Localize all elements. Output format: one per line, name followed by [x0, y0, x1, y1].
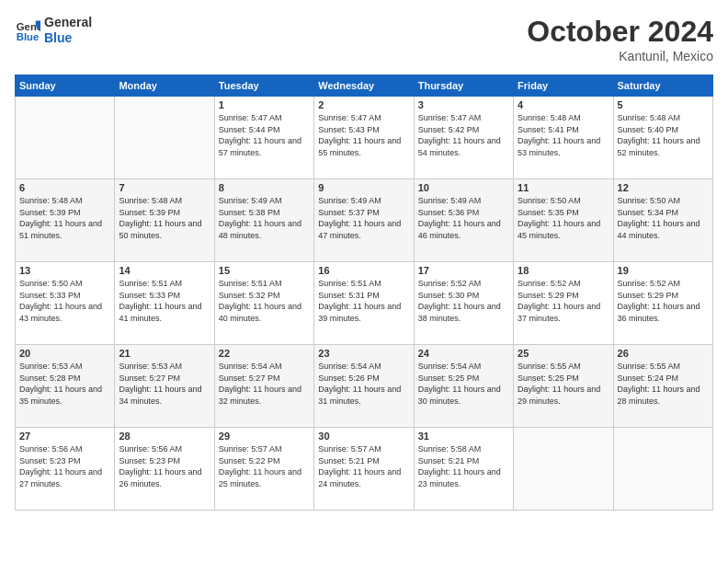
cell-content: Sunrise: 5:49 AM Sunset: 5:38 PM Dayligh…	[219, 195, 310, 241]
daylight: Daylight: 11 hours and 34 minutes.	[119, 385, 201, 406]
daylight: Daylight: 11 hours and 36 minutes.	[618, 302, 700, 323]
daylight: Daylight: 11 hours and 43 minutes.	[19, 302, 102, 323]
cell-content: Sunrise: 5:47 AM Sunset: 5:44 PM Dayligh…	[219, 112, 310, 158]
daylight: Daylight: 11 hours and 46 minutes.	[418, 219, 501, 240]
calendar-cell: 17 Sunrise: 5:52 AM Sunset: 5:30 PM Dayl…	[414, 262, 513, 345]
header-row: SundayMondayTuesdayWednesdayThursdayFrid…	[16, 75, 713, 97]
calendar-cell: 6 Sunrise: 5:48 AM Sunset: 5:39 PM Dayli…	[16, 179, 115, 262]
calendar-cell: 11 Sunrise: 5:50 AM Sunset: 5:35 PM Dayl…	[514, 179, 613, 262]
calendar-cell	[514, 428, 613, 511]
calendar-table: SundayMondayTuesdayWednesdayThursdayFrid…	[15, 75, 713, 511]
daylight: Daylight: 11 hours and 35 minutes.	[19, 385, 102, 406]
sunset: Sunset: 5:25 PM	[518, 373, 579, 383]
daylight: Daylight: 11 hours and 24 minutes.	[318, 467, 401, 488]
calendar-cell: 1 Sunrise: 5:47 AM Sunset: 5:44 PM Dayli…	[214, 97, 313, 179]
daylight: Daylight: 11 hours and 30 minutes.	[418, 385, 501, 406]
sunrise: Sunrise: 5:55 AM	[518, 362, 581, 371]
sunrise: Sunrise: 5:54 AM	[219, 362, 282, 371]
cell-content: Sunrise: 5:57 AM Sunset: 5:22 PM Dayligh…	[219, 443, 310, 489]
day-number: 7	[119, 182, 210, 193]
daylight: Daylight: 11 hours and 51 minutes.	[19, 219, 102, 240]
sunrise: Sunrise: 5:48 AM	[618, 113, 681, 122]
sunset: Sunset: 5:35 PM	[518, 208, 579, 217]
cell-content: Sunrise: 5:49 AM Sunset: 5:36 PM Dayligh…	[418, 195, 509, 241]
sunrise: Sunrise: 5:52 AM	[418, 279, 482, 288]
day-number: 25	[518, 348, 609, 359]
day-number: 9	[318, 182, 409, 193]
calendar-cell: 20 Sunrise: 5:53 AM Sunset: 5:28 PM Dayl…	[16, 345, 115, 428]
cell-content: Sunrise: 5:51 AM Sunset: 5:33 PM Dayligh…	[119, 278, 210, 324]
sunset: Sunset: 5:40 PM	[618, 125, 679, 134]
svg-text:Blue: Blue	[17, 31, 40, 42]
sunset: Sunset: 5:22 PM	[219, 456, 280, 465]
calendar-cell: 12 Sunrise: 5:50 AM Sunset: 5:34 PM Dayl…	[613, 179, 712, 262]
cell-content: Sunrise: 5:54 AM Sunset: 5:27 PM Dayligh…	[219, 361, 310, 407]
day-number: 30	[318, 431, 409, 442]
sunset: Sunset: 5:33 PM	[19, 291, 81, 300]
sunset: Sunset: 5:41 PM	[518, 125, 579, 134]
cell-content: Sunrise: 5:57 AM Sunset: 5:21 PM Dayligh…	[318, 443, 409, 489]
day-number: 12	[618, 182, 709, 193]
cell-content: Sunrise: 5:48 AM Sunset: 5:40 PM Dayligh…	[618, 112, 709, 158]
weekday-header: Saturday	[613, 75, 712, 97]
day-number: 5	[618, 99, 709, 110]
sunrise: Sunrise: 5:52 AM	[618, 279, 681, 288]
cell-content: Sunrise: 5:56 AM Sunset: 5:23 PM Dayligh…	[19, 443, 110, 489]
cell-content: Sunrise: 5:58 AM Sunset: 5:21 PM Dayligh…	[418, 443, 509, 489]
sunset: Sunset: 5:34 PM	[618, 208, 679, 217]
weekday-header: Thursday	[414, 75, 513, 97]
calendar-week-row: 6 Sunrise: 5:48 AM Sunset: 5:39 PM Dayli…	[16, 179, 713, 262]
calendar-cell: 23 Sunrise: 5:54 AM Sunset: 5:26 PM Dayl…	[314, 345, 414, 428]
sunset: Sunset: 5:44 PM	[219, 125, 280, 134]
calendar-week-row: 20 Sunrise: 5:53 AM Sunset: 5:28 PM Dayl…	[16, 345, 713, 428]
daylight: Daylight: 11 hours and 40 minutes.	[219, 302, 301, 323]
daylight: Daylight: 11 hours and 50 minutes.	[119, 219, 201, 240]
cell-content: Sunrise: 5:51 AM Sunset: 5:31 PM Dayligh…	[318, 278, 409, 324]
day-number: 11	[518, 182, 609, 193]
daylight: Daylight: 11 hours and 52 minutes.	[618, 136, 700, 157]
sunrise: Sunrise: 5:47 AM	[318, 113, 381, 122]
calendar-cell: 28 Sunrise: 5:56 AM Sunset: 5:23 PM Dayl…	[115, 428, 214, 511]
logo-text-general: General	[44, 15, 92, 30]
sunrise: Sunrise: 5:54 AM	[418, 362, 482, 371]
weekday-header: Sunday	[16, 75, 115, 97]
calendar-cell: 27 Sunrise: 5:56 AM Sunset: 5:23 PM Dayl…	[16, 428, 115, 511]
calendar-cell: 26 Sunrise: 5:55 AM Sunset: 5:24 PM Dayl…	[613, 345, 712, 428]
cell-content: Sunrise: 5:54 AM Sunset: 5:25 PM Dayligh…	[418, 361, 509, 407]
calendar-cell: 8 Sunrise: 5:49 AM Sunset: 5:38 PM Dayli…	[214, 179, 313, 262]
day-number: 18	[518, 265, 609, 276]
sunrise: Sunrise: 5:56 AM	[119, 444, 182, 454]
sunset: Sunset: 5:25 PM	[418, 373, 480, 383]
month-title: October 2024	[527, 15, 713, 49]
day-number: 22	[219, 348, 310, 359]
calendar-cell: 30 Sunrise: 5:57 AM Sunset: 5:21 PM Dayl…	[314, 428, 414, 511]
cell-content: Sunrise: 5:55 AM Sunset: 5:24 PM Dayligh…	[618, 361, 709, 407]
sunset: Sunset: 5:24 PM	[618, 373, 679, 383]
calendar-cell: 19 Sunrise: 5:52 AM Sunset: 5:29 PM Dayl…	[613, 262, 712, 345]
daylight: Daylight: 11 hours and 25 minutes.	[219, 467, 301, 488]
day-number: 21	[119, 348, 210, 359]
calendar-week-row: 1 Sunrise: 5:47 AM Sunset: 5:44 PM Dayli…	[16, 97, 713, 179]
sunrise: Sunrise: 5:49 AM	[318, 196, 381, 205]
day-number: 3	[418, 99, 509, 110]
sunset: Sunset: 5:23 PM	[119, 456, 180, 465]
calendar-cell: 7 Sunrise: 5:48 AM Sunset: 5:39 PM Dayli…	[115, 179, 214, 262]
sunset: Sunset: 5:27 PM	[219, 373, 280, 383]
calendar-cell: 18 Sunrise: 5:52 AM Sunset: 5:29 PM Dayl…	[514, 262, 613, 345]
page-header: General Blue General Blue October 2024 K…	[15, 15, 713, 63]
daylight: Daylight: 11 hours and 45 minutes.	[518, 219, 600, 240]
sunrise: Sunrise: 5:49 AM	[418, 196, 482, 205]
sunrise: Sunrise: 5:57 AM	[318, 444, 381, 454]
weekday-header: Monday	[115, 75, 214, 97]
sunset: Sunset: 5:36 PM	[418, 208, 480, 217]
sunrise: Sunrise: 5:52 AM	[518, 279, 581, 288]
weekday-header: Tuesday	[214, 75, 313, 97]
sunrise: Sunrise: 5:51 AM	[318, 279, 381, 288]
day-number: 28	[119, 431, 210, 442]
cell-content: Sunrise: 5:47 AM Sunset: 5:42 PM Dayligh…	[418, 112, 509, 158]
calendar-cell: 2 Sunrise: 5:47 AM Sunset: 5:43 PM Dayli…	[314, 97, 414, 179]
calendar-cell: 25 Sunrise: 5:55 AM Sunset: 5:25 PM Dayl…	[514, 345, 613, 428]
sunrise: Sunrise: 5:53 AM	[119, 362, 182, 371]
sunrise: Sunrise: 5:47 AM	[418, 113, 482, 122]
daylight: Daylight: 11 hours and 47 minutes.	[318, 219, 401, 240]
